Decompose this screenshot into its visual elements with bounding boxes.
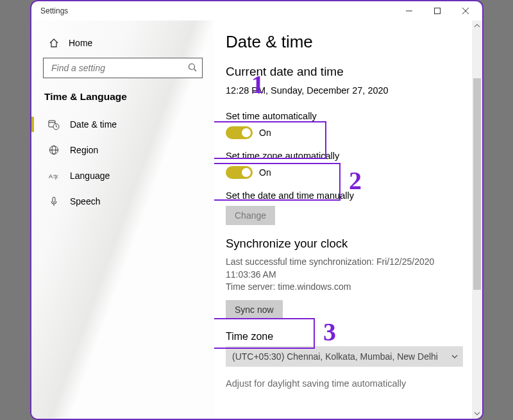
sidebar-section-title: Time & Language [31, 85, 214, 112]
sidebar-home[interactable]: Home [31, 33, 214, 53]
sync-title: Synchronize your clock [226, 237, 467, 251]
current-datetime-value: 12:28 PM, Sunday, December 27, 2020 [226, 85, 467, 96]
toggle-knob [242, 168, 251, 177]
sync-server-line: Time server: time.windows.com [226, 281, 467, 294]
sidebar-item-label: Date & time [70, 119, 117, 130]
svg-point-4 [189, 63, 195, 69]
search-icon [188, 63, 197, 74]
auto-tz-state: On [259, 167, 271, 178]
sidebar-item-language[interactable]: A字 Language [31, 163, 214, 189]
sidebar-item-speech[interactable]: Speech [31, 189, 214, 214]
minimize-button[interactable] [395, 2, 423, 20]
svg-line-5 [194, 69, 197, 71]
minimize-icon [406, 8, 412, 14]
auto-tz-toggle[interactable] [226, 166, 253, 179]
sidebar-item-region[interactable]: Region [31, 137, 214, 163]
clock-calendar-icon [48, 119, 60, 130]
svg-rect-1 [435, 8, 441, 14]
timezone-dropdown[interactable]: (UTC+05:30) Chennai, Kolkata, Mumbai, Ne… [226, 346, 463, 367]
page-title: Date & time [226, 32, 467, 52]
svg-rect-16 [53, 197, 55, 203]
timezone-title: Time zone [226, 331, 467, 342]
sidebar: Home Time & Language Date & time [31, 21, 214, 419]
sync-last-line1: Last successful time synchronization: Fr… [226, 256, 467, 269]
search-input-wrap[interactable] [43, 58, 203, 78]
maximize-button[interactable] [423, 2, 451, 20]
toggle-knob [242, 128, 251, 137]
change-button[interactable]: Change [226, 206, 275, 225]
close-icon [462, 8, 469, 14]
sidebar-item-label: Speech [70, 196, 100, 206]
window-body: Home Time & Language Date & time [31, 21, 482, 419]
svg-text:A: A [49, 173, 53, 180]
sync-group: Synchronize your clock Last successful t… [226, 237, 467, 319]
microphone-icon [48, 196, 60, 207]
window-title: Settings [40, 6, 68, 15]
dst-label: Adjust for daylight saving time automati… [226, 378, 467, 389]
scroll-up-icon[interactable] [472, 21, 482, 31]
scroll-down-icon[interactable] [472, 408, 482, 419]
maximize-icon [434, 8, 441, 14]
auto-tz-label: Set time zone automatically [226, 151, 467, 161]
scroll-thumb[interactable] [473, 78, 481, 290]
language-icon: A字 [48, 170, 60, 181]
globe-icon [48, 144, 60, 156]
svg-text:字: 字 [53, 174, 58, 180]
main-content: Date & time Current date and time 12:28 … [214, 21, 482, 419]
sidebar-item-label: Region [70, 145, 98, 155]
auto-time-toggle[interactable] [226, 126, 253, 139]
setting-auto-time: Set time automatically On [226, 111, 467, 139]
home-icon [48, 37, 60, 49]
auto-time-label: Set time automatically [226, 111, 467, 121]
window-controls [395, 2, 480, 20]
sidebar-item-label: Language [70, 171, 110, 181]
search-input[interactable] [50, 62, 188, 74]
manual-label: Set the date and time manually [226, 190, 467, 201]
auto-tz-toggle-row: On [226, 166, 467, 179]
titlebar: Settings [31, 1, 482, 21]
sync-now-button[interactable]: Sync now [226, 300, 283, 319]
timezone-value: (UTC+05:30) Chennai, Kolkata, Mumbai, Ne… [232, 351, 438, 362]
auto-time-state: On [259, 128, 271, 138]
vertical-scrollbar[interactable] [472, 21, 482, 419]
setting-auto-tz: Set time zone automatically On [226, 151, 467, 179]
setting-manual: Set the date and time manually Change [226, 190, 467, 225]
current-datetime-title: Current date and time [226, 65, 467, 79]
sidebar-search [31, 53, 214, 85]
auto-time-toggle-row: On [226, 126, 467, 139]
close-button[interactable] [451, 2, 480, 20]
settings-window: Settings Home [30, 0, 484, 420]
sync-last-line2: 11:03:36 AM [226, 269, 467, 281]
chevron-down-icon [451, 351, 458, 362]
sidebar-item-date-time[interactable]: Date & time [31, 112, 214, 137]
sidebar-home-label: Home [69, 38, 92, 48]
